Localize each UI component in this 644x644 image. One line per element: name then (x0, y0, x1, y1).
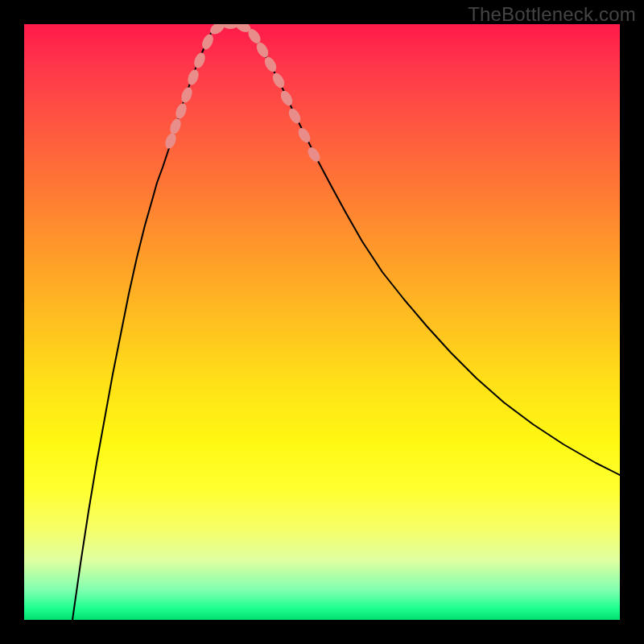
curve-marker (163, 131, 179, 150)
curve-marker (186, 68, 201, 86)
curve-marker (270, 71, 287, 89)
curve-marker (168, 117, 184, 135)
plot-area (24, 24, 620, 620)
curve-marker (279, 89, 295, 107)
curve-marker (262, 55, 279, 73)
curve-marker (305, 145, 322, 163)
marker-layer (163, 24, 323, 164)
curve-marker (296, 126, 313, 144)
bottleneck-curve (72, 24, 620, 620)
curve-marker (192, 51, 208, 69)
curve-marker (174, 101, 189, 120)
chart-svg (24, 24, 620, 620)
curve-marker (180, 85, 195, 104)
curve-marker (287, 106, 303, 125)
curve-layer (72, 24, 620, 620)
chart-frame: TheBottleneck.com (0, 0, 644, 644)
watermark-text: TheBottleneck.com (468, 3, 636, 26)
curve-marker (200, 32, 215, 51)
